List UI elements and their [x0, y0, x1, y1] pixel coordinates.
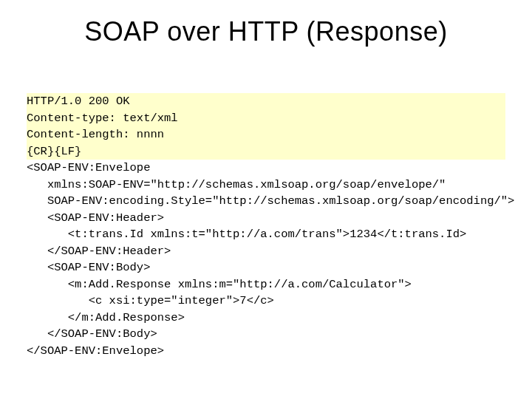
code-line: <SOAP-ENV:Envelope: [27, 160, 505, 176]
code-line: </SOAP-ENV:Header>: [27, 243, 505, 259]
code-line: SOAP-ENV:encoding.Style="http://schemas.…: [27, 193, 505, 209]
code-line: Content-type: text/xml: [27, 110, 505, 126]
code-line: <m:Add.Response xmlns:m="http://a.com/Ca…: [27, 276, 505, 293]
slide: SOAP over HTTP (Response) HTTP/1.0 200 O…: [0, 0, 532, 399]
code-line: <SOAP-ENV:Header>: [27, 210, 505, 226]
code-line: </SOAP-ENV:Envelope>: [27, 343, 505, 359]
code-line: </SOAP-ENV:Body>: [27, 326, 505, 342]
code-line: xmlns:SOAP-ENV="http://schemas.xmlsoap.o…: [27, 177, 505, 193]
code-line: <t:trans.Id xmlns:t="http://a.com/trans"…: [27, 226, 505, 242]
code-line: Content-length: nnnn: [27, 126, 505, 143]
code-line: {CR}{LF}: [27, 143, 505, 160]
slide-title: SOAP over HTTP (Response): [0, 0, 532, 55]
code-line: <c xsi:type="integer">7</c>: [27, 293, 505, 309]
code-block: HTTP/1.0 200 OKContent-type: text/xmlCon…: [27, 77, 505, 392]
code-line: <SOAP-ENV:Body>: [27, 259, 505, 276]
code-line: </m:Add.Response>: [27, 310, 505, 326]
code-line: HTTP/1.0 200 OK: [27, 93, 505, 109]
